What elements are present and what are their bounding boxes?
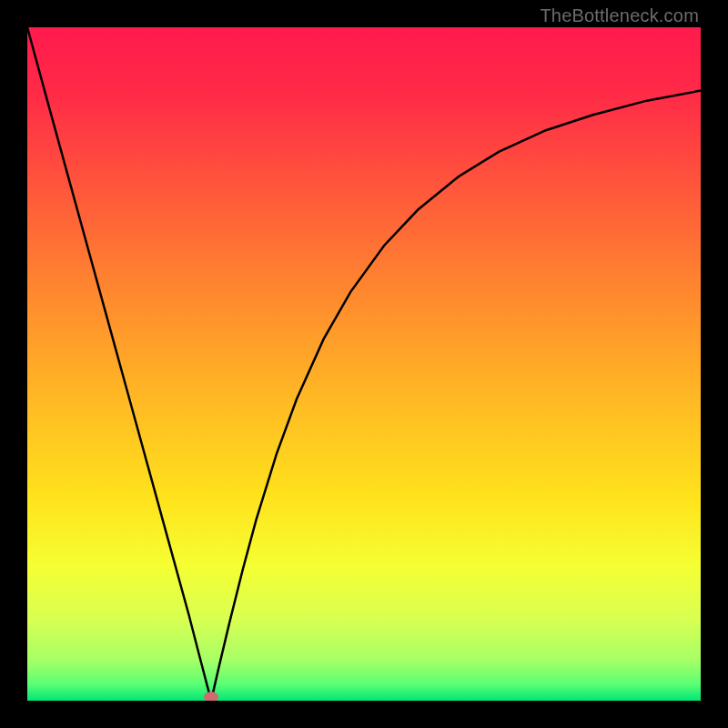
plot-area	[27, 27, 701, 701]
svg-rect-0	[27, 27, 701, 701]
watermark-text: TheBottleneck.com	[540, 5, 699, 26]
chart-frame: TheBottleneck.com	[0, 0, 728, 728]
gradient-background	[27, 27, 701, 701]
